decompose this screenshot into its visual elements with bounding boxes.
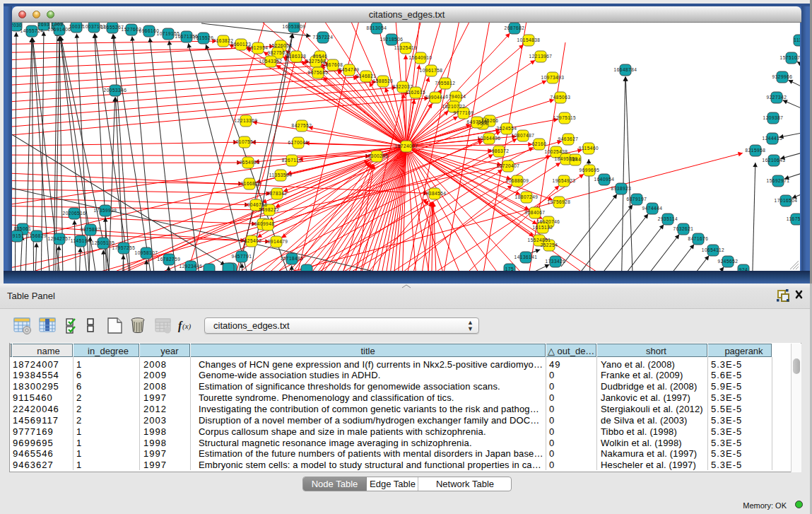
svg-text:7485063: 7485063 <box>551 95 571 100</box>
svg-text:39151: 39151 <box>12 233 24 238</box>
svg-text:8471676: 8471676 <box>688 236 709 241</box>
svg-text:20691406: 20691406 <box>48 27 71 32</box>
svg-text:11325419: 11325419 <box>394 45 417 50</box>
svg-text:2935114: 2935114 <box>658 216 678 221</box>
svg-text:10958107: 10958107 <box>135 250 158 255</box>
svg-text:15640910: 15640910 <box>409 55 433 60</box>
svg-text:1156829: 1156829 <box>27 233 47 238</box>
svg-text:10037: 10037 <box>69 24 84 29</box>
svg-text:1167533: 1167533 <box>787 216 800 221</box>
svg-text:15692971: 15692971 <box>767 178 790 183</box>
svg-text:9245652: 9245652 <box>718 259 739 264</box>
svg-text:19756928: 19756928 <box>548 199 571 204</box>
svg-text:62160: 62160 <box>532 141 547 146</box>
svg-text:10107554: 10107554 <box>233 139 257 144</box>
svg-text:1209387: 1209387 <box>763 115 784 120</box>
svg-text:1244415: 1244415 <box>763 136 783 141</box>
svg-text:18300295: 18300295 <box>365 153 389 158</box>
svg-text:10973493: 10973493 <box>541 75 565 80</box>
svg-text:12942757: 12942757 <box>48 236 71 241</box>
svg-text:1615132: 1615132 <box>533 225 553 230</box>
svg-text:9115460: 9115460 <box>579 146 599 151</box>
svg-text:9227342: 9227342 <box>767 95 787 100</box>
svg-text:1733426: 1733426 <box>546 259 566 264</box>
svg-text:1588520: 1588520 <box>373 78 394 83</box>
svg-text:9844: 9844 <box>570 157 581 162</box>
svg-text:1145194: 1145194 <box>71 238 90 243</box>
svg-text:3624554: 3624554 <box>497 126 517 131</box>
svg-text:8454749: 8454749 <box>339 67 360 72</box>
svg-text:10046756: 10046756 <box>245 202 268 207</box>
svg-text:16120746: 16120746 <box>537 219 560 224</box>
svg-text:16782759: 16782759 <box>158 257 181 262</box>
svg-text:10961758: 10961758 <box>420 68 443 73</box>
svg-text:1162615: 1162615 <box>406 90 425 95</box>
svg-text:8813054: 8813054 <box>367 25 387 30</box>
svg-text:2687682: 2687682 <box>505 25 525 30</box>
svg-text:10154838: 10154838 <box>517 37 541 42</box>
svg-text:10914479: 10914479 <box>265 239 288 244</box>
svg-text:6794024: 6794024 <box>446 94 466 99</box>
svg-text:8186328: 8186328 <box>286 54 307 59</box>
svg-text:9975887: 9975887 <box>81 227 101 232</box>
svg-text:9463627: 9463627 <box>558 136 579 141</box>
svg-text:19218506: 19218506 <box>380 37 404 42</box>
svg-text:10655267: 10655267 <box>101 25 124 30</box>
svg-text:(x): (x) <box>182 322 192 331</box>
svg-text:12505135: 12505135 <box>92 240 115 245</box>
svg-text:6170046: 6170046 <box>288 140 309 145</box>
svg-text:7357224: 7357224 <box>313 35 334 40</box>
svg-text:8427552: 8427552 <box>292 123 312 128</box>
svg-text:20206516: 20206516 <box>63 211 86 216</box>
svg-text:19166829: 19166829 <box>238 181 261 186</box>
svg-text:10654112: 10654112 <box>702 247 724 252</box>
svg-text:10807487: 10807487 <box>512 133 535 138</box>
svg-text:8267110: 8267110 <box>282 158 302 163</box>
svg-text:175: 175 <box>505 267 514 271</box>
svg-text:8215958: 8215958 <box>746 148 766 153</box>
svg-text:16053809: 16053809 <box>283 24 306 29</box>
svg-text:18807249: 18807249 <box>515 194 539 199</box>
svg-text:19384554: 19384554 <box>423 191 447 196</box>
svg-text:8878342: 8878342 <box>267 191 288 196</box>
svg-text:15720407: 15720407 <box>497 163 520 168</box>
svg-text:9827503: 9827503 <box>268 50 288 55</box>
svg-text:10543362: 10543362 <box>259 59 283 64</box>
svg-text:2867608: 2867608 <box>323 62 343 67</box>
svg-text:9777169: 9777169 <box>454 110 474 115</box>
svg-text:15718485: 15718485 <box>281 256 304 261</box>
svg-text:12213369: 12213369 <box>235 118 258 123</box>
svg-text:15524851: 15524851 <box>528 238 551 243</box>
svg-text:8938923: 8938923 <box>611 186 632 191</box>
svg-text:9474444: 9474444 <box>642 206 663 211</box>
svg-text:20053346: 20053346 <box>104 88 127 93</box>
svg-text:16648784: 16648784 <box>614 67 637 72</box>
svg-text:9146821: 9146821 <box>356 74 377 78</box>
svg-text:16409948: 16409948 <box>252 221 275 226</box>
svg-text:10364436: 10364436 <box>478 136 501 141</box>
svg-text:2030: 2030 <box>12 23 22 28</box>
svg-text:9457791: 9457791 <box>232 254 252 259</box>
svg-text:5498222: 5498222 <box>259 207 280 212</box>
svg-text:18724007: 18724007 <box>395 144 418 148</box>
svg-text:19654923: 19654923 <box>553 178 576 183</box>
svg-text:17359938: 17359938 <box>94 208 117 213</box>
svg-text:7625402: 7625402 <box>242 238 262 243</box>
svg-text:9084067: 9084067 <box>525 210 546 215</box>
svg-text:19654985: 19654985 <box>237 160 260 165</box>
svg-text:11353594: 11353594 <box>269 173 292 177</box>
svg-text:9329966: 9329966 <box>772 74 793 79</box>
svg-text:12923446: 12923446 <box>180 264 203 269</box>
svg-text:7515526: 7515526 <box>194 35 214 40</box>
svg-text:835061: 835061 <box>14 226 32 231</box>
svg-text:8675685: 8675685 <box>308 70 329 75</box>
svg-text:15226058: 15226058 <box>269 43 293 48</box>
svg-text:8912954: 8912954 <box>248 45 269 50</box>
svg-text:7986372: 7986372 <box>489 148 510 153</box>
svg-text:16210722: 16210722 <box>442 104 466 109</box>
svg-text:17957255: 17957255 <box>112 245 136 250</box>
svg-text:10688609: 10688609 <box>506 178 529 183</box>
svg-text:12975115: 12975115 <box>553 115 576 120</box>
svg-text:17016504: 17016504 <box>775 198 798 203</box>
svg-text:252254: 252254 <box>541 243 558 247</box>
